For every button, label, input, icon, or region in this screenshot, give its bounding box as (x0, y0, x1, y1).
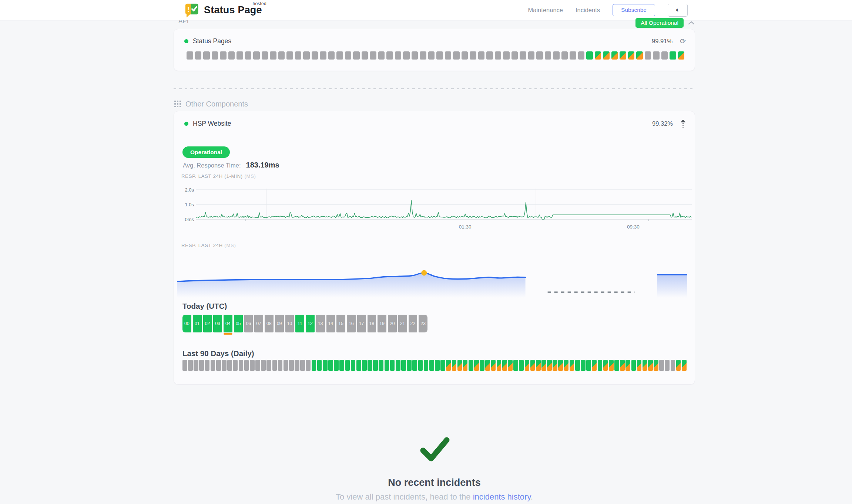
uptime-bar-gray[interactable] (511, 51, 518, 60)
incidents-history-link[interactable]: incidents history (473, 492, 531, 501)
hour-block-17[interactable]: 17 (357, 315, 366, 332)
chevron-up-icon[interactable] (688, 20, 695, 26)
uptime-bar-green[interactable] (435, 360, 440, 371)
uptime-bar-green[interactable] (575, 360, 580, 371)
uptime-bar-gray[interactable] (289, 360, 294, 371)
uptime-bar-green[interactable] (396, 360, 400, 371)
uptime-bar-gray[interactable] (227, 360, 232, 371)
uptime-bar-gray[interactable] (245, 51, 252, 60)
uptime-bar-green-orange-split[interactable] (595, 51, 601, 60)
uptime-bar-green[interactable] (356, 360, 361, 371)
uptime-bar-green[interactable] (418, 360, 423, 371)
uptime-bar-gray[interactable] (182, 360, 187, 371)
uptime-bar-green-orange-split[interactable] (570, 360, 574, 371)
uptime-bar-gray[interactable] (233, 360, 238, 371)
uptime-bar-green[interactable] (312, 360, 316, 371)
uptime-bar-green-orange-split[interactable] (611, 51, 618, 60)
uptime-bar-gray[interactable] (320, 51, 326, 60)
uptime-bar-gray[interactable] (412, 51, 418, 60)
uptime-bar-gray[interactable] (453, 51, 460, 60)
uptime-bar-gray[interactable] (528, 51, 535, 60)
uptime-bar-green-orange-split[interactable] (678, 51, 685, 60)
uptime-bar-gray[interactable] (553, 51, 560, 60)
uptime-bar-green-orange-split[interactable] (497, 360, 502, 371)
uptime-bar-gray[interactable] (545, 51, 551, 60)
uptime-bar-green[interactable] (317, 360, 322, 371)
uptime-bar-green-orange-split[interactable] (620, 360, 625, 371)
uptime-bar-gray[interactable] (220, 51, 227, 60)
uptime-bar-green[interactable] (401, 360, 406, 371)
uptime-bar-gray[interactable] (272, 360, 277, 371)
hour-block-22[interactable]: 22 (409, 315, 417, 332)
hour-block-10[interactable]: 10 (285, 315, 294, 332)
uptime-bar-gray[interactable] (420, 51, 426, 60)
uptime-bar-green[interactable] (586, 360, 591, 371)
uptime-bar-green-orange-split[interactable] (637, 360, 642, 371)
uptime-bar-gray[interactable] (286, 51, 293, 60)
uptime-bar-green-orange-split[interactable] (457, 360, 462, 371)
uptime-bar-gray[interactable] (195, 51, 202, 60)
uptime-bar-green[interactable] (373, 360, 378, 371)
uptime-bar-green-orange-split[interactable] (628, 51, 635, 60)
uptime-bar-green[interactable] (345, 360, 350, 371)
uptime-bar-gray[interactable] (261, 360, 266, 371)
uptime-bar-green-orange-split[interactable] (463, 360, 468, 371)
refresh-icon[interactable]: ⟳ (680, 38, 686, 45)
hour-block-23[interactable]: 23 (419, 315, 427, 332)
hour-block-15[interactable]: 15 (336, 315, 345, 332)
uptime-bar-gray[interactable] (345, 51, 352, 60)
uptime-bar-green-orange-split[interactable] (620, 51, 626, 60)
uptime-bar-green-orange-split[interactable] (648, 360, 653, 371)
hour-block-07[interactable]: 07 (254, 315, 263, 332)
uptime-bar-gray[interactable] (306, 360, 311, 371)
uptime-bar-gray[interactable] (203, 51, 210, 60)
uptime-bar-green[interactable] (480, 360, 484, 371)
uptime-bar-gray[interactable] (278, 360, 283, 371)
uptime-bar-green[interactable] (586, 51, 593, 60)
uptime-bar-green[interactable] (351, 360, 356, 371)
uptime-bar-gray[interactable] (187, 51, 193, 60)
uptime-bar-gray[interactable] (205, 360, 210, 371)
hour-block-11[interactable]: 11 (295, 315, 304, 332)
uptime-bar-gray[interactable] (328, 51, 335, 60)
uptime-bar-gray[interactable] (536, 51, 543, 60)
uptime-bar-green-orange-split[interactable] (525, 360, 530, 371)
uptime-bar-green[interactable] (385, 360, 389, 371)
uptime-bar-gray[interactable] (653, 51, 660, 60)
uptime-bar-green[interactable] (670, 51, 676, 60)
hour-block-09[interactable]: 09 (275, 315, 284, 332)
uptime-bar-green[interactable] (328, 360, 333, 371)
uptime-bar-green[interactable] (440, 360, 445, 371)
uptime-bar-green[interactable] (379, 360, 383, 371)
uptime-bar-gray[interactable] (250, 360, 255, 371)
uptime-bar-gray[interactable] (470, 51, 476, 60)
uptime-bar-gray[interactable] (228, 51, 235, 60)
hour-block-01[interactable]: 01 (193, 315, 202, 332)
uptime-bar-gray[interactable] (336, 51, 343, 60)
uptime-bar-green-orange-split[interactable] (553, 360, 557, 371)
uptime-bar-gray[interactable] (661, 51, 668, 60)
nav-incidents[interactable]: Incidents (576, 7, 600, 14)
uptime-bar-green[interactable] (368, 360, 372, 371)
uptime-bar-green-orange-split[interactable] (564, 360, 569, 371)
uptime-bar-gray[interactable] (395, 51, 402, 60)
uptime-bar-gray[interactable] (262, 51, 268, 60)
uptime-bar-green-orange-split[interactable] (603, 51, 610, 60)
uptime-bar-green-orange-split[interactable] (541, 360, 546, 371)
uptime-bar-gray[interactable] (239, 360, 244, 371)
overall-status-badge[interactable]: All Operational (635, 18, 684, 28)
uptime-bar-gray[interactable] (428, 51, 435, 60)
uptime-bar-gray[interactable] (278, 51, 285, 60)
uptime-bar-green-orange-split[interactable] (547, 360, 552, 371)
uptime-bar-gray[interactable] (445, 51, 452, 60)
uptime-bar-green-orange-split[interactable] (530, 360, 535, 371)
uptime-bar-gray[interactable] (188, 360, 193, 371)
uptime-bar-gray[interactable] (436, 51, 443, 60)
uptime-bar-gray[interactable] (645, 51, 651, 60)
hour-block-00[interactable]: 00 (182, 315, 191, 332)
hour-block-04[interactable]: 04 (224, 315, 232, 332)
uptime-bar-gray[interactable] (212, 51, 218, 60)
subscribe-button[interactable]: Subscribe (613, 4, 655, 16)
uptime-bar-gray[interactable] (295, 360, 299, 371)
uptime-bar-gray[interactable] (295, 51, 302, 60)
